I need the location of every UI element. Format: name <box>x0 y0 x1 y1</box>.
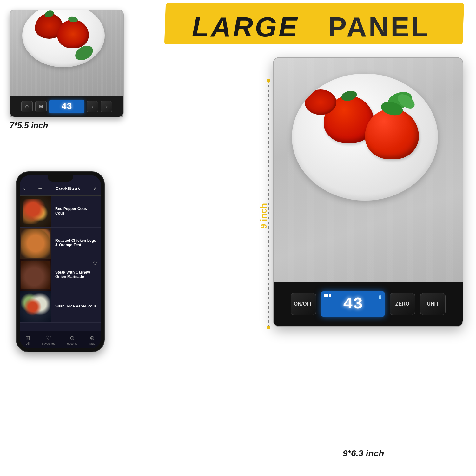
small-scale-size-label: 7*5.5 inch <box>10 121 130 130</box>
dim-left-top-dot <box>267 79 270 83</box>
recipe-item-1[interactable]: Red Pepper Cous Cous ♡ <box>20 196 101 228</box>
app-expand-icon[interactable]: ∧ <box>93 186 97 192</box>
app-bottom-nav: ⊞ All ♡ Favourites ⊙ Recents ⊛ Tags <box>20 331 101 348</box>
large-scale-section: ON/OFF 43 g ZERO UNIT <box>273 57 470 343</box>
leaves-large <box>381 93 419 124</box>
nav-recents-label: Recents <box>67 342 77 345</box>
recipe-item-2[interactable]: Roasted Chicken Legs & Orange Zest ♡ <box>20 228 101 259</box>
recipe-thumb-2 <box>20 228 51 259</box>
recipe-thumb-4 <box>20 291 51 323</box>
nav-item-recents[interactable]: ⊙ Recents <box>67 334 77 345</box>
large-scale-panel: ON/OFF 43 g ZERO UNIT <box>274 282 463 326</box>
nav-item-favourites[interactable]: ♡ Favourites <box>42 334 55 345</box>
small-scale-section: ⊙ M 43 ◁ ▷ 7*5.5 inch <box>10 10 130 143</box>
page-title-area: LARGE PANEL <box>155 5 466 49</box>
large-btn-zero[interactable]: ZERO <box>390 293 415 315</box>
page-title: LARGE PANEL <box>192 11 430 43</box>
app-menu-icon[interactable]: ☰ <box>38 186 43 192</box>
nav-all-label: All <box>26 342 30 345</box>
large-btn-onoff-label: ON/OFF <box>294 301 313 307</box>
large-bowl-wrapper <box>292 74 444 213</box>
nav-favourites-label: Favourites <box>42 342 55 345</box>
large-btn-onoff[interactable]: ON/OFF <box>291 293 316 315</box>
bar-1 <box>324 294 326 297</box>
dim-label-9x63-inch: 9*6.3 inch <box>343 448 384 459</box>
app-header: ‹ ☰ CookBook ∧ <box>20 182 101 196</box>
nav-all-icon: ⊞ <box>25 334 30 341</box>
bar-2 <box>326 294 328 297</box>
nav-tags-icon: ⊛ <box>90 334 95 341</box>
small-display-value: 43 <box>61 102 72 111</box>
large-btn-unit-label: UNIT <box>427 301 439 307</box>
recipe-name-3: Steak With Cashew Onion Marinade <box>55 270 97 279</box>
display-bars <box>324 294 331 297</box>
nav-favourites-icon: ♡ <box>46 334 51 341</box>
large-display-value: 43 <box>343 295 363 314</box>
large-scale: ON/OFF 43 g ZERO UNIT <box>273 57 463 327</box>
title-large-word: LARGE <box>192 11 299 43</box>
dim-label-9-inch: 9 inch <box>259 203 269 229</box>
bar-3 <box>329 294 331 297</box>
recipe-info-1: Red Pepper Cous Cous <box>51 204 101 219</box>
dim-left-bottom-dot <box>267 326 270 329</box>
recipe-item-4[interactable]: Sushi Rice Paper Rolls ♡ <box>20 291 101 323</box>
large-btn-zero-label: ZERO <box>395 301 409 307</box>
recipe-name-1: Red Pepper Cous Cous <box>55 207 97 215</box>
large-bowl <box>292 74 438 201</box>
recipe-thumb-3 <box>20 259 51 291</box>
small-scale-display: 43 <box>49 100 84 113</box>
small-strawberries <box>29 10 98 61</box>
nav-item-all[interactable]: ⊞ All <box>25 334 30 345</box>
recipe-list: Red Pepper Cous Cous ♡ Roasted Chicken L… <box>20 196 101 331</box>
nav-recents-icon: ⊙ <box>70 334 75 341</box>
phone-notch <box>48 175 73 182</box>
small-scale: ⊙ M 43 ◁ ▷ <box>10 10 124 117</box>
app-title-text: CookBook <box>56 186 80 191</box>
small-bowl <box>22 10 105 67</box>
small-btn-power[interactable]: ⊙ <box>21 101 33 112</box>
strawberry-3-large <box>305 89 336 115</box>
recipe-info-4: Sushi Rice Paper Rolls <box>51 301 101 312</box>
strawberry-2-small <box>57 20 89 48</box>
recipe-name-4: Sushi Rice Paper Rolls <box>55 304 97 308</box>
nav-tags-label: Tags <box>89 342 95 345</box>
title-panel-word: PANEL <box>328 11 430 43</box>
small-scale-panel: ⊙ M 43 ◁ ▷ <box>10 96 123 117</box>
small-btn-mode[interactable]: M <box>35 101 47 112</box>
large-strawberries <box>305 89 425 185</box>
app-back-icon[interactable]: ‹ <box>23 186 25 191</box>
recipe-info-3: Steak With Cashew Onion Marinade <box>51 268 101 283</box>
large-btn-unit[interactable]: UNIT <box>420 293 446 315</box>
phone-section: ‹ ☰ CookBook ∧ Red Pepper Cous Cous ♡ <box>16 171 108 355</box>
phone: ‹ ☰ CookBook ∧ Red Pepper Cous Cous ♡ <box>16 171 105 352</box>
phone-screen: ‹ ☰ CookBook ∧ Red Pepper Cous Cous ♡ <box>20 175 101 348</box>
recipe-name-2: Roasted Chicken Legs & Orange Zest <box>55 238 97 247</box>
recipe-thumb-1 <box>20 196 51 228</box>
recipe-item-3[interactable]: Steak With Cashew Onion Marinade ♡ <box>20 259 101 291</box>
recipe-info-2: Roasted Chicken Legs & Orange Zest <box>51 236 101 251</box>
small-bowl-wrapper <box>22 10 111 80</box>
large-scale-display: 43 g <box>321 291 385 317</box>
nav-item-tags[interactable]: ⊛ Tags <box>89 334 95 345</box>
small-btn-unit[interactable]: ▷ <box>101 101 112 112</box>
small-btn-tare[interactable]: ◁ <box>87 101 98 112</box>
large-display-unit: g <box>379 294 381 299</box>
